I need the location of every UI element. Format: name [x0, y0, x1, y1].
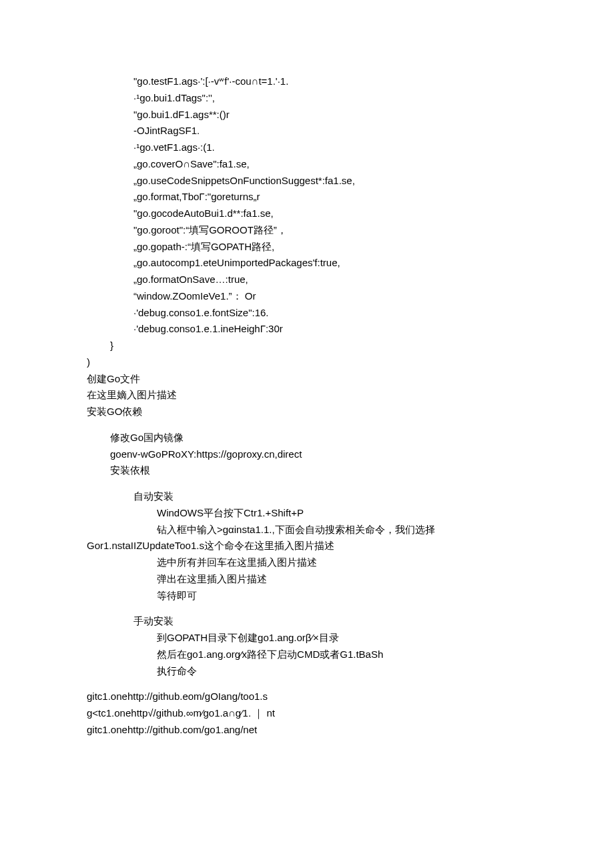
text-line: gitc1.onehttp://github.eom/gOIang/too1.s [87, 689, 527, 705]
code-line: "go.goroot":“填写GOROOT路径”， [87, 222, 527, 239]
text-line: WindOWS平台按下Ctr1.+Shift+P [87, 505, 527, 522]
code-line: „go.gopath-:“填写GOPATH路径, [87, 239, 527, 256]
text-line: 创建Go文件 [87, 371, 527, 388]
text-line: 弹出在这里插入图片描述 [87, 571, 527, 588]
text-line: 执行命令 [87, 663, 527, 680]
text-line: 钻入框中输入>gαinsta1.1.,下面会自动搜索相关命令，我们选择 [87, 522, 527, 538]
code-line: "go.gocodeAutoBui1.d**:fa1.se, [87, 205, 527, 222]
code-line: ·¹go.bui1.dTags":'', [87, 90, 527, 107]
code-line: ·'debug.conso1.e.fontSize":16. [87, 305, 527, 322]
text-line: 修改Go国内镜像 [87, 430, 527, 446]
code-closing-brace: } [87, 338, 527, 354]
code-line: „go.autocomp1.eteUnimportedPackages'f:tr… [87, 255, 527, 272]
text-line: 自动安装 [87, 488, 527, 505]
text-line: g<tc1.onehttp√/github.∞m∕go1.a∩g∕1. ｜ nt [87, 705, 527, 722]
code-line: „go.formatOnSave…:true, [87, 272, 527, 288]
code-line: ·'debug.conso1.e.1.ineHeighΓ:30r [87, 321, 527, 338]
text-line: 到GOPATH目录下创建go1.ang.orβ∕×目录 [87, 630, 527, 646]
code-line: „go.coverO∩Save":fa1.se, [87, 156, 527, 173]
code-line: -OJintRagSF1. [87, 123, 527, 139]
document-page: "go.testF1.ags·':[·-vʷf'·-cou∩t=1.'·1. ·… [0, 0, 614, 792]
code-line: “window.ZOomIeVe1.”： Or [87, 288, 527, 305]
text-line: gitc1.onehttp://github.com/go1.ang/net [87, 722, 527, 739]
code-closing-paren: ) [87, 354, 527, 371]
text-line: 安装依根 [87, 462, 527, 479]
code-line: "go.bui1.dF1.ags**:()r [87, 107, 527, 123]
text-line: 选中所有并回车在这里插入图片描述 [87, 554, 527, 571]
text-line: 在这里嫡入图片描述 [87, 387, 527, 404]
text-line: 安装GO依赖 [87, 404, 527, 420]
code-line: „go.useCodeSnippetsOnFunctionSuggest*:fa… [87, 173, 527, 189]
text-line: 等待即可 [87, 588, 527, 604]
text-line: goenv-wGoPRoXY:https://goproxy.cn,direct [87, 446, 527, 463]
code-line: "go.testF1.ags·':[·-vʷf'·-cou∩t=1.'·1. [87, 73, 527, 90]
text-line: 然后在go1.ang.org∕x路径下启动CMD或者G1.tBaSh [87, 646, 527, 663]
code-line: „go.format,TboΓ:"goreturns„r [87, 189, 527, 205]
code-line: ·¹go.vetF1.ags·:(1. [87, 139, 527, 156]
text-line: 手动安装 [87, 613, 527, 630]
text-line: Gor1.nstaIIZUpdateToo1.s这个命令在这里插入图片描述 [87, 538, 527, 554]
